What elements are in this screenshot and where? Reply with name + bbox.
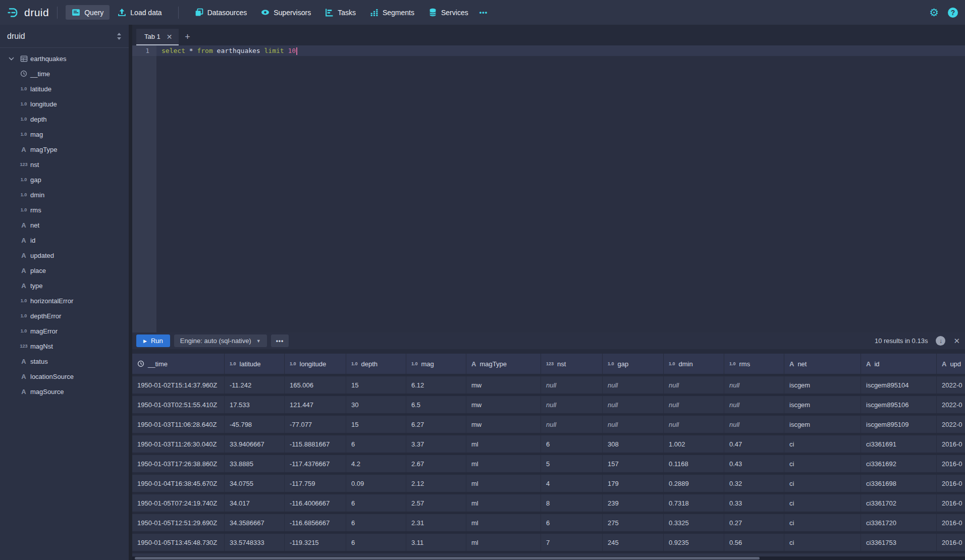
cell-gap[interactable]: 308 (603, 435, 664, 453)
cell-gap[interactable]: null (603, 416, 664, 433)
cell-latitude[interactable]: 33.5748333 (225, 534, 285, 551)
cell-rms[interactable]: null (724, 416, 784, 433)
cell-depth[interactable]: 15 (346, 416, 406, 433)
cell-net[interactable]: ci (784, 534, 861, 551)
header-cell-longitude[interactable]: 1.0longitude (285, 354, 346, 374)
double-caret-sort-icon[interactable] (117, 33, 122, 40)
tree-item-column-dmin[interactable]: 1.0dmin (0, 187, 129, 202)
cell-time[interactable]: 1950-01-03T02:51:55.410Z (132, 396, 225, 413)
cell-depth[interactable]: 6 (346, 494, 406, 512)
nav-item-supervisors[interactable]: Supervisors (255, 5, 317, 20)
cell-upd[interactable]: 2016-0 (937, 534, 965, 551)
cell-time[interactable]: 1950-01-02T15:14:37.960Z (132, 376, 225, 394)
cell-magType[interactable]: ml (466, 435, 541, 453)
cell-nst[interactable]: null (541, 396, 603, 413)
cell-magType[interactable]: ml (466, 514, 541, 531)
cell-gap[interactable]: 179 (603, 475, 664, 492)
tree-item-column-depthError[interactable]: 1.0depthError (0, 308, 129, 323)
cell-magType[interactable]: ml (466, 494, 541, 512)
cell-nst[interactable]: 4 (541, 475, 603, 492)
cell-latitude[interactable]: 34.0755 (225, 475, 285, 492)
cell-latitude[interactable]: -45.798 (225, 416, 285, 433)
tree-item-column-magNst[interactable]: 123magNst (0, 339, 129, 354)
cell-upd[interactable]: 2016-0 (937, 494, 965, 512)
editor-empty-area[interactable] (132, 56, 965, 332)
cell-gap[interactable]: 239 (603, 494, 664, 512)
cell-depth[interactable]: 6 (346, 534, 406, 551)
cell-net[interactable]: ci (784, 514, 861, 531)
cell-rms[interactable]: 0.27 (724, 514, 784, 531)
tree-item-column-locationSource[interactable]: AlocationSource (0, 369, 129, 384)
cell-longitude[interactable]: 165.006 (285, 376, 346, 394)
cell-mag[interactable]: 3.11 (406, 534, 466, 551)
cell-time[interactable]: 1950-01-05T07:24:19.740Z (132, 494, 225, 512)
cell-dmin[interactable]: 0.2889 (664, 475, 724, 492)
cell-id[interactable]: ci3361692 (861, 455, 937, 472)
cell-mag[interactable]: 2.67 (406, 455, 466, 472)
horizontal-scrollbar-thumb[interactable] (135, 557, 760, 559)
tree-item-column-gap[interactable]: 1.0gap (0, 172, 129, 187)
cell-upd[interactable]: 2016-0 (937, 455, 965, 472)
nav-more-button[interactable]: ••• (474, 6, 493, 19)
cell-dmin[interactable]: null (664, 416, 724, 433)
cell-rms[interactable]: null (724, 376, 784, 394)
nav-item-tasks[interactable]: Tasks (319, 5, 362, 20)
cell-nst[interactable]: 5 (541, 455, 603, 472)
cell-id[interactable]: ci3361753 (861, 534, 937, 551)
cell-time[interactable]: 1950-01-03T17:26:38.860Z (132, 455, 225, 472)
editor-body[interactable] (156, 56, 965, 332)
header-cell-gap[interactable]: 1.0gap (603, 354, 664, 374)
cell-longitude[interactable]: -115.8881667 (285, 435, 346, 453)
cell-upd[interactable]: 2022-0 (937, 376, 965, 394)
cell-depth[interactable]: 15 (346, 376, 406, 394)
cell-upd[interactable]: 2022-0 (937, 396, 965, 413)
cell-rms[interactable]: 0.47 (724, 435, 784, 453)
cell-latitude[interactable]: 34.3586667 (225, 514, 285, 531)
cell-mag[interactable]: 6.5 (406, 396, 466, 413)
cell-longitude[interactable]: 121.447 (285, 396, 346, 413)
cell-rms[interactable]: 0.33 (724, 494, 784, 512)
cell-longitude[interactable]: -119.3215 (285, 534, 346, 551)
header-cell-time[interactable]: __time (132, 354, 225, 374)
cell-dmin[interactable]: null (664, 376, 724, 394)
cell-nst[interactable]: 7 (541, 534, 603, 551)
cell-time[interactable]: 1950-01-04T16:38:45.670Z (132, 475, 225, 492)
cell-latitude[interactable]: 34.017 (225, 494, 285, 512)
cell-mag[interactable]: 3.37 (406, 435, 466, 453)
tree-item-column-updated[interactable]: Aupdated (0, 248, 129, 263)
cell-net[interactable]: ci (784, 435, 861, 453)
cell-longitude[interactable]: -117.4376667 (285, 455, 346, 472)
cell-depth[interactable]: 6 (346, 514, 406, 531)
cell-magType[interactable]: mw (466, 416, 541, 433)
cell-longitude[interactable]: -116.6856667 (285, 514, 346, 531)
cell-depth[interactable]: 6 (346, 435, 406, 453)
cell-rms[interactable]: 0.56 (724, 534, 784, 551)
cell-nst[interactable]: null (541, 416, 603, 433)
cell-net[interactable]: ci (784, 494, 861, 512)
cell-gap[interactable]: 245 (603, 534, 664, 551)
settings-gear-icon[interactable]: ⚙ (929, 7, 939, 18)
cell-net[interactable]: iscgem (784, 376, 861, 394)
cell-nst[interactable]: 6 (541, 514, 603, 531)
header-cell-dmin[interactable]: 1.0dmin (664, 354, 724, 374)
cell-id[interactable]: ci3361720 (861, 514, 937, 531)
cell-gap[interactable]: null (603, 376, 664, 394)
nav-item-query[interactable]: Query (66, 5, 110, 20)
header-cell-magType[interactable]: AmagType (466, 354, 541, 374)
engine-select[interactable]: Engine: auto (sql-native) ▼ (174, 334, 267, 347)
cell-mag[interactable]: 6.27 (406, 416, 466, 433)
cell-dmin[interactable]: 0.9235 (664, 534, 724, 551)
tree-item-column-magSource[interactable]: AmagSource (0, 384, 129, 399)
header-cell-id[interactable]: Aid (861, 354, 937, 374)
cell-mag[interactable]: 2.12 (406, 475, 466, 492)
cell-net[interactable]: iscgem (784, 416, 861, 433)
cell-time[interactable]: 1950-01-03T11:26:30.040Z (132, 435, 225, 453)
header-cell-rms[interactable]: 1.0rms (724, 354, 784, 374)
tree-item-column-type[interactable]: Atype (0, 278, 129, 293)
cell-id[interactable]: iscgem895104 (861, 376, 937, 394)
cell-upd[interactable]: 2022-0 (937, 416, 965, 433)
cell-time[interactable]: 1950-01-03T11:06:28.640Z (132, 416, 225, 433)
nav-item-datasources[interactable]: Datasources (189, 5, 253, 20)
tab-1[interactable]: Tab 1 ✕ (136, 29, 179, 45)
cell-depth[interactable]: 30 (346, 396, 406, 413)
